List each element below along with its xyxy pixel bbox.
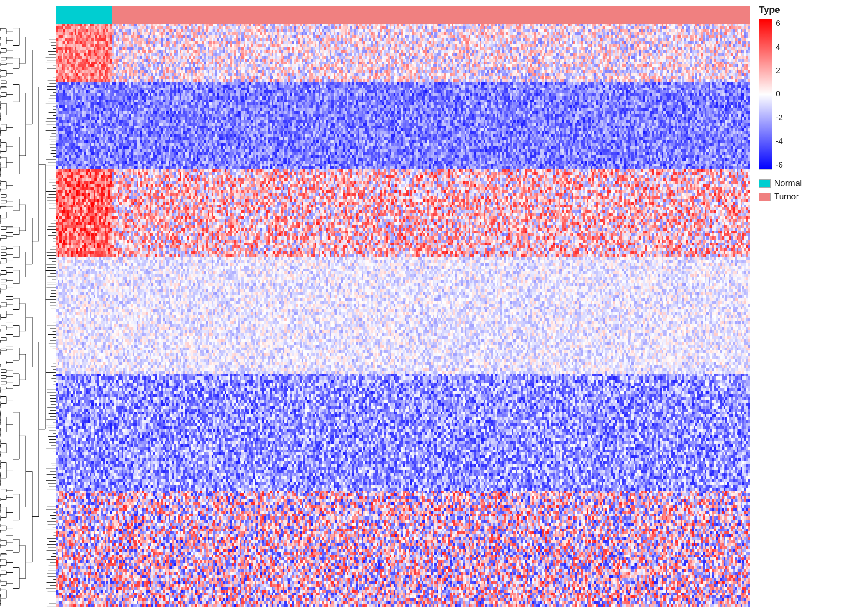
- scale-labels: 6420-2-4-6: [776, 19, 783, 170]
- dendrogram-canvas: [0, 24, 56, 607]
- heatmap-canvas: [56, 24, 750, 607]
- type-legend: NormalTumor: [759, 178, 845, 202]
- type-label: Normal: [774, 178, 802, 188]
- gradient-bar: [759, 19, 772, 170]
- scale-label: 2: [776, 66, 783, 75]
- scale-label: -4: [776, 137, 783, 146]
- legend-area: Type 6420-2-4-6 NormalTumor: [759, 4, 845, 220]
- scale-label: 0: [776, 90, 783, 99]
- scale-label: 4: [776, 43, 783, 52]
- type-legend-item: Tumor: [759, 192, 845, 202]
- type-label: Tumor: [774, 192, 799, 202]
- scale-label: -2: [776, 113, 783, 122]
- heatmap-area: [56, 6, 750, 607]
- normal-bar: [56, 6, 112, 24]
- type-swatch: [759, 179, 771, 188]
- scale-label: 6: [776, 19, 783, 28]
- top-color-bar: [56, 6, 750, 24]
- legend-title: Type: [759, 4, 845, 16]
- scale-label: -6: [776, 161, 783, 170]
- type-legend-item: Normal: [759, 178, 845, 188]
- dendrogram-area: [0, 24, 56, 607]
- color-gradient-legend: 6420-2-4-6: [759, 19, 845, 170]
- tumor-bar: [112, 6, 750, 24]
- main-container: Type 6420-2-4-6 NormalTumor: [0, 0, 847, 616]
- type-swatch: [759, 193, 771, 201]
